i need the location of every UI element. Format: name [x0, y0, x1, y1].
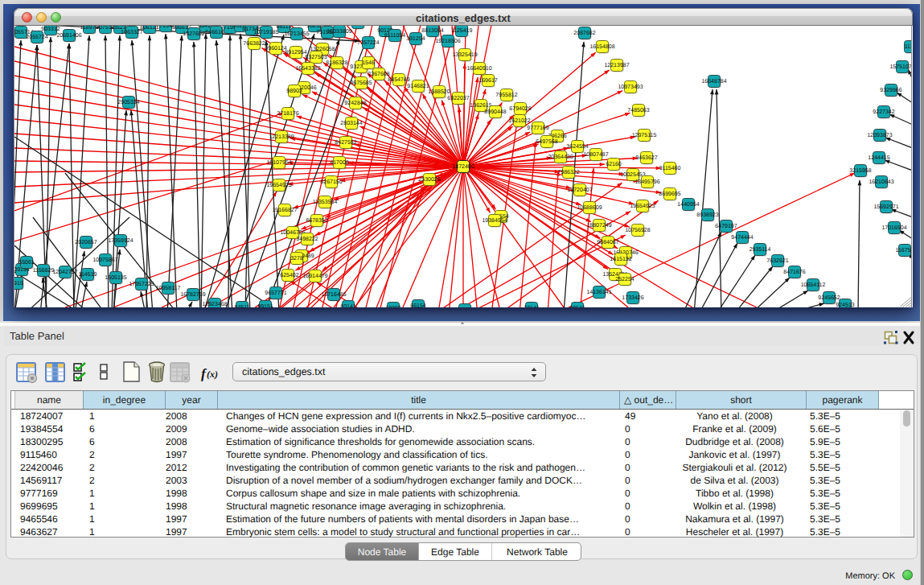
svg-text:8912954: 8912954 [285, 50, 306, 56]
svg-text:8678352: 8678352 [306, 218, 327, 224]
svg-text:7663822: 7663822 [243, 41, 265, 47]
svg-text:1505135: 1505135 [105, 275, 126, 281]
svg-text:2935114: 2935114 [749, 247, 771, 253]
svg-text:2367608: 2367608 [368, 72, 389, 77]
svg-text:17016504: 17016504 [881, 225, 906, 231]
svg-text:1621022: 1621022 [508, 118, 530, 124]
svg-text:99151: 99151 [257, 304, 273, 307]
svg-text:9463627: 9463627 [635, 155, 657, 161]
svg-text:15716485: 15716485 [321, 292, 346, 298]
svg-text:90233: 90233 [306, 26, 322, 29]
svg-text:9329966: 9329966 [880, 88, 901, 93]
svg-text:12923468: 12923468 [202, 302, 227, 307]
svg-text:7955812: 7955812 [495, 93, 517, 98]
svg-text:9115460: 9115460 [659, 166, 681, 171]
svg-text:66113: 66113 [277, 26, 292, 30]
svg-text:10975867: 10975867 [92, 257, 117, 263]
svg-text:3215958: 3215958 [849, 168, 871, 174]
svg-text:6497568: 6497568 [536, 139, 557, 145]
svg-text:1588520: 1588520 [428, 89, 450, 95]
svg-text:55061: 55061 [18, 260, 35, 266]
svg-text:7632621: 7632621 [766, 258, 788, 264]
svg-text:10973493: 10973493 [618, 84, 643, 90]
svg-text:8267150: 8267150 [320, 179, 342, 185]
svg-text:17359924: 17359924 [108, 238, 133, 244]
svg-text:1112: 1112 [905, 44, 912, 50]
svg-text:9245652: 9245652 [818, 295, 840, 301]
svg-text:8427552: 8427552 [335, 140, 356, 146]
svg-text:12213987: 12213987 [604, 63, 629, 68]
svg-text:12042757: 12042757 [52, 270, 77, 275]
svg-text:7986322: 7986322 [557, 170, 579, 175]
svg-text:19384554: 19384554 [482, 218, 507, 224]
svg-text:2803144: 2803144 [340, 121, 362, 126]
svg-text:8990448: 8990448 [484, 109, 506, 115]
svg-text:16154808: 16154808 [589, 44, 614, 50]
svg-text:1156829: 1156829 [33, 268, 55, 274]
svg-text:1872400: 1872400 [452, 164, 474, 170]
svg-text:1546: 1546 [362, 60, 375, 66]
svg-text:9960124: 9960124 [265, 46, 286, 51]
svg-text:19166827: 19166827 [272, 208, 297, 213]
svg-text:8813054: 8813054 [421, 28, 443, 34]
svg-text:15751074: 15751074 [889, 64, 912, 70]
svg-text:19654923: 19654923 [630, 204, 655, 209]
svg-text:3498222: 3498222 [296, 237, 318, 242]
svg-text:20691406: 20691406 [56, 33, 81, 39]
svg-text:1615132: 1615132 [610, 257, 631, 262]
svg-text:16033809: 16033809 [326, 29, 351, 35]
svg-text:9084067: 9084067 [597, 240, 618, 245]
svg-text:15692971: 15692971 [873, 204, 898, 210]
svg-text:12213389: 12213389 [269, 134, 294, 140]
svg-text:10719185: 10719185 [253, 30, 278, 35]
svg-text:3675685: 3675685 [350, 80, 372, 86]
svg-text:16640910: 16640910 [466, 66, 491, 72]
svg-text:15720407: 15720407 [567, 187, 592, 193]
svg-text:169617: 169617 [478, 78, 497, 84]
svg-text:9915: 9915 [14, 281, 23, 286]
svg-text:84511: 84511 [235, 305, 250, 307]
svg-text:8186328: 8186328 [326, 60, 347, 66]
svg-text:924513: 924513 [836, 303, 854, 307]
svg-text:114519: 114519 [79, 272, 97, 278]
svg-text:2530026: 2530026 [418, 177, 440, 183]
svg-text:6794028: 6794028 [509, 106, 531, 112]
svg-text:417008: 417008 [330, 160, 348, 166]
svg-text:252254: 252254 [615, 277, 634, 282]
svg-text:20364436: 20364436 [548, 154, 573, 160]
svg-text:80141: 80141 [340, 304, 356, 307]
svg-text:116753: 116753 [896, 248, 912, 253]
svg-text:3624554: 3624554 [566, 144, 588, 150]
svg-text:9474444: 9474444 [731, 235, 753, 241]
svg-text:7625402: 7625402 [277, 273, 298, 278]
svg-text:331254: 331254 [406, 36, 425, 42]
svg-text:2020657: 2020657 [75, 240, 97, 245]
svg-text:18495796: 18495796 [634, 179, 659, 185]
svg-text:19218506: 19218506 [435, 39, 460, 44]
svg-text:16713455: 16713455 [284, 31, 309, 37]
svg-text:11353594: 11353594 [313, 200, 338, 205]
svg-text:1125419: 1125419 [451, 28, 473, 34]
svg-text:1362615: 1362615 [470, 103, 491, 109]
svg-text:17957225: 17957225 [129, 282, 154, 287]
svg-text:(x): (x) [207, 369, 218, 380]
svg-text:10807487: 10807487 [583, 152, 608, 158]
svg-text:903312: 903312 [41, 27, 60, 32]
svg-text:6322037: 6322037 [447, 96, 469, 101]
svg-text:1733426: 1733426 [622, 295, 643, 301]
svg-text:18302: 18302 [385, 306, 401, 307]
svg-text:2718176: 2718176 [277, 111, 298, 117]
svg-text:62160: 62160 [606, 162, 622, 167]
svg-text:7485063: 7485063 [627, 108, 649, 113]
svg-text:9146821: 9146821 [407, 84, 429, 89]
svg-text:8111054: 8111054 [384, 33, 405, 39]
svg-text:12975115: 12975115 [632, 133, 657, 138]
svg-text:9777169: 9777169 [527, 126, 548, 131]
svg-text:16543382: 16543382 [295, 66, 320, 72]
svg-text:8471676: 8471676 [783, 270, 805, 275]
svg-text:7357224: 7357224 [357, 40, 379, 46]
svg-text:16107554: 16107554 [266, 160, 291, 166]
svg-text:16648784: 16648784 [701, 79, 726, 84]
svg-text:12093873: 12093873 [867, 133, 892, 138]
svg-text:66154: 66154 [410, 303, 426, 307]
